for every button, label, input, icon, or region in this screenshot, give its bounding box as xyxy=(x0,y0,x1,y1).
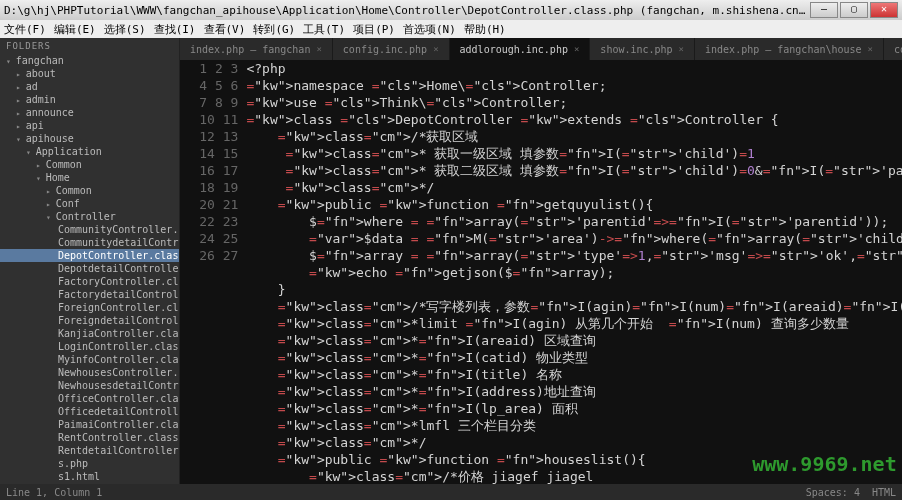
status-language[interactable]: HTML xyxy=(872,487,896,498)
menubar: 文件(F)编辑(E)选择(S)查找(I)查看(V)转到(G)工具(T)项目(P)… xyxy=(0,20,902,38)
folder-item[interactable]: Common xyxy=(0,158,179,171)
folder-item[interactable]: Conf xyxy=(0,197,179,210)
tab-label: addlorough.inc.php xyxy=(460,44,568,55)
tab-label: index.php — fangchan xyxy=(190,44,310,55)
folder-item[interactable]: announce xyxy=(0,106,179,119)
close-icon[interactable]: × xyxy=(316,44,321,54)
file-item[interactable]: FactoryController.class.php xyxy=(0,275,179,288)
file-item[interactable]: OfficedetailController.class.php xyxy=(0,405,179,418)
folder-item[interactable]: Application xyxy=(0,145,179,158)
file-item[interactable]: ForeignController.class.php xyxy=(0,301,179,314)
sidebar: FOLDERS fangchanaboutadadminannounceapia… xyxy=(0,38,180,484)
menu-item[interactable]: 编辑(E) xyxy=(54,22,96,37)
tab-label: index.php — fangchan\house xyxy=(705,44,862,55)
close-button[interactable]: ✕ xyxy=(870,2,898,18)
file-item[interactable]: ForeigndetailController.class.php xyxy=(0,314,179,327)
editor-tab[interactable]: show.inc.php× xyxy=(590,38,695,60)
menu-item[interactable]: 首选项(N) xyxy=(403,22,456,37)
folder-item[interactable]: admin xyxy=(0,93,179,106)
file-item[interactable]: KanjiaController.class.php xyxy=(0,327,179,340)
line-gutter: 1 2 3 4 5 6 7 8 9 10 11 12 13 14 15 16 1… xyxy=(180,60,246,484)
statusbar: Line 1, Column 1 Spaces: 4 HTML xyxy=(0,484,902,500)
file-item[interactable]: RentController.class.php xyxy=(0,431,179,444)
window-title: D:\g\hj\PHPTutorial\WWW\fangchan_apihous… xyxy=(4,3,808,18)
file-item[interactable]: PaimaiController.class.php xyxy=(0,418,179,431)
editor-tab[interactable]: config.php× xyxy=(884,38,902,60)
menu-item[interactable]: 选择(S) xyxy=(104,22,146,37)
tab-label: config.php xyxy=(894,44,902,55)
folder-item[interactable]: ad xyxy=(0,80,179,93)
file-item[interactable]: OfficeController.class.php xyxy=(0,392,179,405)
minimize-button[interactable]: — xyxy=(810,2,838,18)
tab-label: config.inc.php xyxy=(343,44,427,55)
menu-item[interactable]: 查找(I) xyxy=(154,22,196,37)
menu-item[interactable]: 文件(F) xyxy=(4,22,46,37)
folder-item[interactable]: api xyxy=(0,119,179,132)
folder-item[interactable]: Controller xyxy=(0,210,179,223)
menu-item[interactable]: 工具(T) xyxy=(303,22,345,37)
editor-tab[interactable]: config.inc.php× xyxy=(333,38,450,60)
editor-pane: index.php — fangchan×config.inc.php×addl… xyxy=(180,38,902,484)
file-item[interactable]: FactorydetailController.class.php xyxy=(0,288,179,301)
folder-item[interactable]: about xyxy=(0,67,179,80)
file-item[interactable]: RentdetailController.class.php xyxy=(0,444,179,457)
folder-item[interactable]: Home xyxy=(0,171,179,184)
maximize-button[interactable]: ▢ xyxy=(840,2,868,18)
file-item[interactable]: s.php xyxy=(0,457,179,470)
status-position: Line 1, Column 1 xyxy=(6,487,102,498)
window-titlebar: D:\g\hj\PHPTutorial\WWW\fangchan_apihous… xyxy=(0,0,902,20)
sidebar-title: FOLDERS xyxy=(0,38,179,54)
menu-item[interactable]: 帮助(H) xyxy=(464,22,506,37)
file-item[interactable]: DepotdetailController.class.php xyxy=(0,262,179,275)
folder-item[interactable]: Common xyxy=(0,184,179,197)
editor-tab[interactable]: index.php — fangchan× xyxy=(180,38,333,60)
close-icon[interactable]: × xyxy=(679,44,684,54)
file-item[interactable]: DepotController.class.php xyxy=(0,249,179,262)
tab-label: show.inc.php xyxy=(600,44,672,55)
editor-tab[interactable]: index.php — fangchan\house× xyxy=(695,38,884,60)
close-icon[interactable]: × xyxy=(868,44,873,54)
file-item[interactable]: NewhousesController.class.php xyxy=(0,366,179,379)
status-spaces[interactable]: Spaces: 4 xyxy=(806,487,860,498)
folder-tree: fangchanaboutadadminannounceapiapihouseA… xyxy=(0,54,179,484)
editor-tab[interactable]: addlorough.inc.php× xyxy=(450,38,591,60)
folder-item[interactable]: fangchan xyxy=(0,54,179,67)
file-item[interactable]: s1.html xyxy=(0,470,179,483)
file-item[interactable]: CommunityController.class.php xyxy=(0,223,179,236)
menu-item[interactable]: 转到(G) xyxy=(253,22,295,37)
file-item[interactable]: LoginController.class.php xyxy=(0,340,179,353)
file-item[interactable]: MyinfoController.class.php xyxy=(0,353,179,366)
code-area[interactable]: 1 2 3 4 5 6 7 8 9 10 11 12 13 14 15 16 1… xyxy=(180,60,902,484)
close-icon[interactable]: × xyxy=(433,44,438,54)
file-item[interactable]: NewhousesdetailController.class.php xyxy=(0,379,179,392)
code-lines[interactable]: <?php ="kw">namespace ="cls">Home\="cls"… xyxy=(246,60,902,484)
close-icon[interactable]: × xyxy=(574,44,579,54)
menu-item[interactable]: 项目(P) xyxy=(353,22,395,37)
tab-bar: index.php — fangchan×config.inc.php×addl… xyxy=(180,38,902,60)
folder-item[interactable]: apihouse xyxy=(0,132,179,145)
menu-item[interactable]: 查看(V) xyxy=(204,22,246,37)
file-item[interactable]: CommunitydetailController.class.php xyxy=(0,236,179,249)
